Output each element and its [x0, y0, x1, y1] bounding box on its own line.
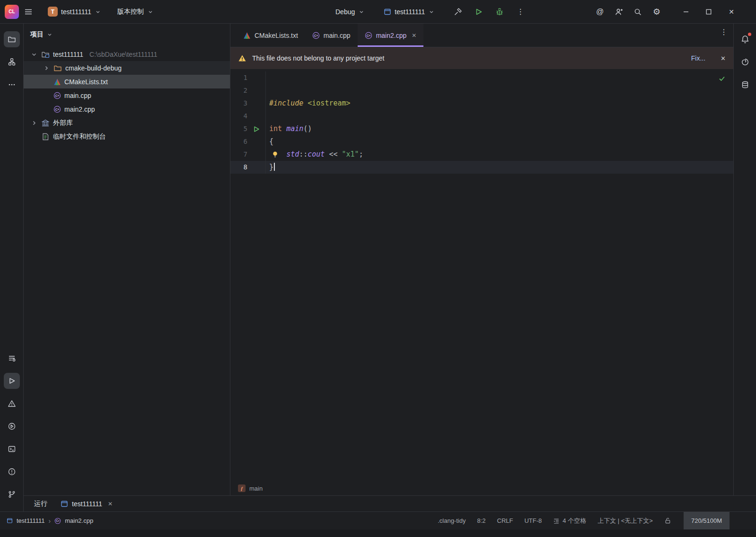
minimize-button[interactable] [675, 0, 697, 24]
breadcrumb-function[interactable]: main [249, 485, 263, 492]
play-icon [8, 377, 16, 385]
banner-close-icon[interactable]: ✕ [721, 55, 726, 62]
run-gutter-icon[interactable] [253, 126, 260, 132]
gutter [247, 123, 265, 135]
tab-close-icon[interactable]: ✕ [412, 32, 416, 39]
inspections-toolwindow-button[interactable] [4, 464, 20, 480]
tree-row-scratches[interactable]: 临时文件和控制台 [24, 130, 230, 143]
project-icon [7, 518, 13, 524]
keyword: int [269, 124, 286, 133]
tab-main2-cpp[interactable]: C main2.cpp ✕ [358, 24, 424, 47]
line-number: 3 [230, 97, 247, 110]
warning-triangle-icon [8, 399, 16, 408]
intention-bulb-icon[interactable] [272, 151, 279, 158]
search-icon [633, 8, 642, 16]
code-content [265, 110, 733, 123]
project-panel: 项目 test111111 C:\sbDaXue\test111111 [24, 24, 230, 495]
code-line: 6 { [230, 135, 733, 148]
tree-row-cmake-build-debug[interactable]: cmake-build-debug [24, 61, 230, 75]
line-number: 1 [230, 71, 247, 84]
more-actions-button[interactable]: ⋮ [511, 3, 530, 20]
right-toolwindow-strip [733, 24, 756, 495]
todo-toolwindow-button[interactable] [4, 350, 20, 366]
chevron-right-icon[interactable] [43, 64, 50, 72]
inspection-ok-icon[interactable] [718, 75, 726, 82]
git-toolwindow-button[interactable] [4, 486, 20, 502]
close-button[interactable]: ✕ [720, 0, 743, 24]
structure-toolwindow-button[interactable] [4, 54, 20, 70]
analyzer-widget[interactable]: .clang-tidy [438, 517, 466, 524]
build-type-selector[interactable]: Debug [331, 5, 369, 18]
maximize-button[interactable] [697, 0, 720, 24]
ai-assistant-toolwindow-button[interactable] [737, 54, 753, 70]
code-line: 5 int main() [230, 123, 733, 135]
tree-row-main-cpp[interactable]: C main.cpp [24, 88, 230, 102]
ai-actions-button[interactable]: @ [590, 3, 609, 20]
gutter [247, 97, 265, 110]
tree-row-external-libraries[interactable]: 外部库 [24, 116, 230, 130]
services-toolwindow-button[interactable] [4, 418, 20, 434]
tab-main-cpp[interactable]: C main.cpp [305, 24, 358, 47]
tab-label: main.cpp [324, 32, 351, 39]
vcs-selector[interactable]: 版本控制 [113, 5, 158, 19]
main-column: 项目 test111111 C:\sbDaXue\test111111 [24, 24, 756, 511]
banner-fix-link[interactable]: Fix... [691, 54, 705, 62]
chevron-right-icon[interactable] [30, 119, 38, 127]
lock-widget[interactable] [664, 517, 671, 524]
terminal-toolwindow-button[interactable] [4, 441, 20, 457]
run-session-tab[interactable]: test111111 ✕ [61, 500, 113, 508]
context-widget[interactable]: 上下文 | <无上下文> [598, 517, 653, 525]
tree-row-project-root[interactable]: test111111 C:\sbDaXue\test111111 [24, 47, 230, 61]
more-toolwindows-button[interactable] [4, 77, 20, 93]
project-panel-header[interactable]: 项目 [24, 24, 230, 45]
tab-cmakelists[interactable]: CMakeLists.txt [236, 24, 305, 47]
indentation-widget[interactable]: 4 个空格 [553, 517, 586, 525]
run-toolwindow-button[interactable] [4, 373, 20, 389]
build-button[interactable] [448, 3, 467, 20]
project-selector-label: test111111 [61, 8, 91, 16]
database-toolwindow-button[interactable] [737, 77, 753, 93]
line-separator-widget[interactable]: CRLF [497, 517, 513, 524]
run-toolwindow-title[interactable]: 运行 [34, 500, 47, 508]
run-button[interactable] [469, 3, 488, 20]
code-with-me-button[interactable] [609, 3, 628, 20]
chevron-down-icon[interactable] [30, 51, 38, 58]
search-everywhere-button[interactable] [628, 3, 647, 20]
scratches-icon [41, 132, 50, 141]
tab-label: CMakeLists.txt [255, 32, 298, 39]
run-config-selector[interactable]: test111111 [379, 5, 439, 18]
project-toolwindow-button[interactable] [4, 31, 20, 47]
tree-item-label: 外部库 [53, 119, 73, 127]
project-folder-icon [41, 50, 50, 59]
encoding-widget[interactable]: UTF-8 [524, 517, 542, 524]
statusbar-file[interactable]: main2.cpp [65, 517, 93, 524]
code-line: 2 [230, 84, 733, 97]
cpp-file-icon: C [53, 92, 61, 99]
caret-position-widget[interactable]: 8:2 [477, 517, 485, 524]
notifications-button[interactable] [737, 31, 753, 47]
svg-text:C: C [56, 519, 58, 522]
statusbar-project[interactable]: test111111 [17, 517, 45, 524]
tabbar-more-button[interactable]: ⋮ [714, 24, 733, 41]
run-tab-close-icon[interactable]: ✕ [108, 501, 113, 507]
line-number: 4 [230, 110, 247, 123]
code-content: std::cout << "x1"; [265, 148, 733, 161]
problems-toolwindow-button[interactable] [4, 396, 20, 412]
code-area[interactable]: 1 2 3 #include <iostream> [230, 69, 733, 481]
gutter [247, 84, 265, 97]
error-circle-icon [8, 467, 16, 476]
member-name: cout [308, 150, 325, 158]
indent-icon [553, 518, 560, 524]
chevron-down-icon [358, 9, 365, 15]
tree-row-main2-cpp[interactable]: C main2.cpp [24, 102, 230, 116]
main-menu-button[interactable] [19, 3, 38, 20]
string-literal: "x1" [342, 150, 359, 158]
debug-button[interactable] [490, 3, 509, 20]
add-user-icon [615, 8, 623, 16]
project-selector[interactable]: T test111111 [44, 4, 105, 19]
tree-row-cmakelists[interactable]: CMakeLists.txt [24, 75, 230, 88]
memory-indicator[interactable]: 720/5100M [684, 512, 730, 530]
code-content: { [265, 135, 733, 148]
left-toolwindow-strip [0, 24, 24, 511]
settings-button[interactable]: ⚙ [647, 3, 666, 20]
